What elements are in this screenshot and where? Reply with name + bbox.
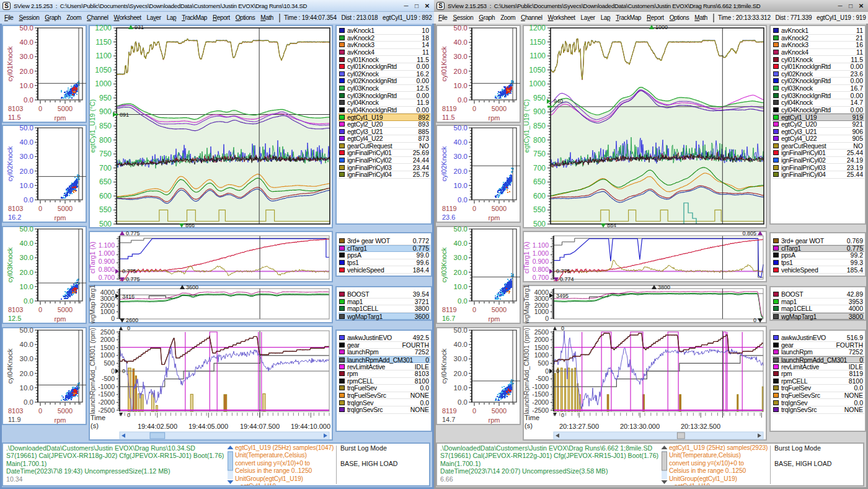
svg-text:700: 700	[533, 164, 546, 173]
svg-text:1000: 1000	[95, 79, 112, 88]
svg-text:1000: 1000	[534, 351, 549, 359]
svg-text:550: 550	[533, 205, 546, 214]
svg-text:866: 866	[185, 222, 195, 228]
svg-text:50.0: 50.0	[454, 25, 467, 32]
svg-text:11.5: 11.5	[8, 114, 21, 121]
svg-text:700: 700	[99, 164, 112, 173]
svg-text:19:44:02.500: 19:44:02.500	[138, 423, 177, 430]
svg-text:5000: 5000	[492, 205, 507, 212]
svg-text:20.0: 20.0	[20, 269, 33, 276]
svg-text:cyl02Knock: cyl02Knock	[440, 146, 448, 181]
svg-text:0.805: 0.805	[742, 231, 756, 236]
svg-text:0: 0	[122, 368, 125, 374]
svg-text:3416: 3416	[122, 294, 135, 300]
svg-text:50.0: 50.0	[20, 327, 33, 334]
svg-text:2000: 2000	[100, 302, 115, 309]
svg-text:900: 900	[99, 107, 112, 116]
svg-text:0: 0	[38, 306, 42, 313]
svg-text:0.0: 0.0	[458, 196, 467, 204]
svg-text:30.0: 30.0	[20, 355, 33, 362]
svg-text:launchRpmAdd_CM301 (rpm): launchRpmAdd_CM301 (rpm)	[523, 328, 530, 414]
svg-text:egtCyl1_U19 (°C): egtCyl1_U19 (°C)	[523, 99, 530, 153]
svg-text:550: 550	[99, 205, 112, 214]
svg-text:4000: 4000	[534, 289, 549, 296]
svg-text:0.0: 0.0	[24, 297, 33, 305]
svg-text:0: 0	[556, 368, 559, 374]
svg-text:10.0: 10.0	[20, 384, 33, 392]
svg-text:16.2: 16.2	[8, 213, 21, 221]
svg-text:0.800: 0.800	[533, 266, 549, 273]
svg-text:8103: 8103	[8, 306, 23, 313]
svg-text:2500: 2500	[100, 328, 115, 336]
svg-text:20.0: 20.0	[20, 168, 33, 175]
svg-text:10.0: 10.0	[454, 384, 467, 392]
svg-text:wgMapTarg1: wgMapTarg1	[523, 285, 530, 323]
svg-text:19:44:05.000: 19:44:05.000	[188, 423, 228, 430]
svg-text:40.0: 40.0	[20, 341, 33, 348]
svg-text:rpm: rpm	[55, 214, 66, 222]
svg-text:8119: 8119	[442, 407, 457, 415]
svg-text:0.0: 0.0	[458, 96, 467, 104]
svg-text:30.0: 30.0	[20, 153, 33, 160]
svg-text:3600: 3600	[186, 285, 198, 290]
svg-text:3800: 3800	[658, 285, 670, 290]
svg-text:40.0: 40.0	[20, 240, 33, 247]
svg-text:5000: 5000	[58, 205, 73, 212]
svg-text:Time: Time	[525, 414, 539, 421]
svg-text:20:13:30.000: 20:13:30.000	[620, 423, 660, 430]
svg-text:0.900: 0.900	[533, 258, 549, 265]
svg-text:0: 0	[38, 105, 42, 112]
svg-text:0: 0	[472, 105, 476, 112]
svg-text:1100: 1100	[529, 52, 546, 60]
svg-text:0: 0	[38, 205, 42, 212]
svg-text:20.0: 20.0	[20, 68, 33, 75]
svg-text:rpm: rpm	[55, 114, 66, 122]
svg-text:850: 850	[99, 122, 112, 130]
svg-text:40.0: 40.0	[454, 38, 467, 46]
svg-text:950: 950	[533, 94, 546, 102]
svg-text:-2000: -2000	[98, 398, 115, 406]
svg-text:2000: 2000	[100, 336, 115, 343]
svg-text:30.0: 30.0	[20, 53, 33, 60]
svg-text:40.0: 40.0	[20, 38, 33, 46]
svg-text:8103: 8103	[8, 205, 23, 212]
svg-text:800: 800	[99, 136, 112, 145]
svg-text:(s): (s)	[525, 422, 533, 429]
svg-text:0: 0	[111, 315, 115, 322]
svg-text:50.0: 50.0	[454, 226, 467, 233]
svg-text:rpm: rpm	[55, 416, 66, 424]
svg-text:0.700: 0.700	[99, 274, 115, 281]
svg-text:0: 0	[472, 205, 476, 212]
svg-text:0: 0	[545, 367, 549, 375]
svg-text:rpm: rpm	[489, 315, 500, 323]
svg-text:950: 950	[99, 94, 112, 102]
svg-text:1000: 1000	[529, 79, 546, 88]
svg-text:-2000: -2000	[532, 398, 549, 406]
svg-text:1100: 1100	[95, 52, 112, 60]
svg-text:30.0: 30.0	[454, 53, 467, 60]
svg-text:1200: 1200	[95, 25, 112, 32]
svg-text:40.0: 40.0	[454, 240, 467, 247]
svg-text:40.0: 40.0	[454, 341, 467, 348]
svg-text:12.5: 12.5	[8, 315, 21, 322]
svg-text:0: 0	[111, 367, 115, 375]
svg-text:Time: Time	[91, 414, 105, 421]
svg-text:20.0: 20.0	[454, 370, 467, 377]
svg-text:0.775: 0.775	[126, 276, 140, 282]
svg-text:cyl04Knock: cyl04Knock	[6, 348, 14, 384]
svg-text:0: 0	[561, 412, 564, 418]
svg-text:3000: 3000	[100, 295, 115, 302]
svg-text:940: 940	[554, 98, 563, 104]
svg-text:0.700: 0.700	[533, 274, 549, 281]
svg-text:11.5: 11.5	[442, 114, 455, 121]
svg-text:1050: 1050	[95, 66, 112, 74]
svg-text:20:13:32.500: 20:13:32.500	[681, 423, 720, 430]
svg-text:10.0: 10.0	[454, 82, 467, 89]
svg-text:10.0: 10.0	[20, 182, 33, 189]
svg-text:0.0: 0.0	[24, 196, 33, 204]
svg-text:launchRpmAdd_CM301 (rpm): launchRpmAdd_CM301 (rpm)	[89, 328, 96, 414]
svg-text:10.0: 10.0	[454, 283, 467, 290]
svg-text:0: 0	[753, 317, 756, 323]
svg-text:egtCyl1_U19 (°C): egtCyl1_U19 (°C)	[89, 99, 96, 153]
svg-text:8119: 8119	[442, 205, 457, 212]
